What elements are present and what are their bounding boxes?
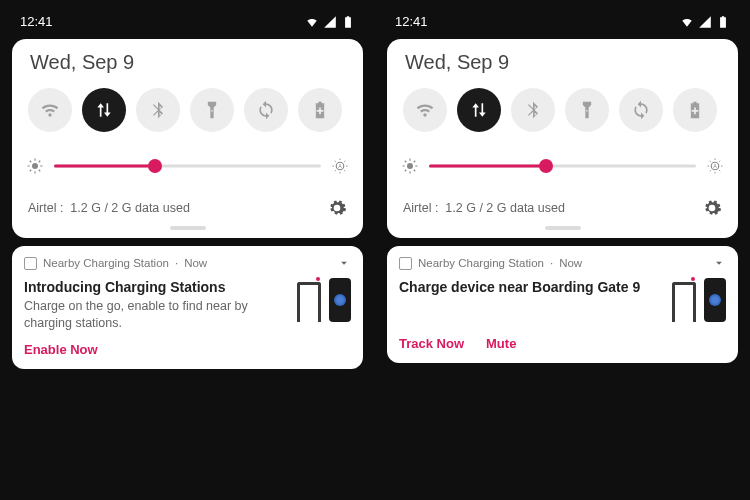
notification-actions: Enable Now <box>24 342 351 357</box>
brightness-slider[interactable] <box>54 152 321 180</box>
data-usage-text: Airtel : 1.2 G / 2 G data used <box>28 201 190 215</box>
settings-gear-icon[interactable] <box>327 198 347 218</box>
notification-description: Charge on the go, enable to find near by… <box>24 298 287 332</box>
wifi-icon <box>305 15 319 29</box>
status-time: 12:41 <box>20 14 53 29</box>
notification-app-label: Nearby Charging Station · Now <box>399 257 582 270</box>
status-icons <box>305 15 355 29</box>
notification-art <box>670 278 726 326</box>
quick-settings-panel: Wed, Sep 9 A Airtel : 1.2 G / 2 G data u… <box>387 39 738 238</box>
phone-frame-left: 12:41 Wed, Sep 9 A Airtel : 1. <box>0 0 375 500</box>
qs-wifi[interactable] <box>28 88 72 132</box>
panel-date: Wed, Sep 9 <box>26 51 349 74</box>
svg-text:A: A <box>338 163 342 169</box>
data-usage-row: Airtel : 1.2 G / 2 G data used <box>401 196 724 222</box>
quick-settings-panel: Wed, Sep 9 A Airtel : 1.2 G / 2 G data u… <box>12 39 363 238</box>
chevron-down-icon[interactable] <box>337 256 351 270</box>
svg-text:A: A <box>713 163 717 169</box>
status-bar: 12:41 <box>12 10 363 39</box>
brightness-row: A <box>26 152 349 180</box>
brightness-auto-icon[interactable]: A <box>706 157 724 175</box>
battery-plus-icon <box>310 100 330 120</box>
panel-handle[interactable] <box>170 226 206 230</box>
qs-bluetooth[interactable] <box>511 88 555 132</box>
qs-bluetooth[interactable] <box>136 88 180 132</box>
bluetooth-icon <box>148 100 168 120</box>
notification-app-label: Nearby Charging Station · Now <box>24 257 207 270</box>
qs-autorotate[interactable] <box>619 88 663 132</box>
settings-gear-icon[interactable] <box>702 198 722 218</box>
brightness-slider[interactable] <box>429 152 696 180</box>
svg-point-3 <box>407 163 413 169</box>
brightness-fill <box>429 165 546 168</box>
signal-icon <box>323 15 337 29</box>
wifi-icon <box>680 15 694 29</box>
qs-batterysaver[interactable] <box>298 88 342 132</box>
status-bar: 12:41 <box>387 10 738 39</box>
data-arrows-icon <box>469 100 489 120</box>
battery-plus-icon <box>685 100 705 120</box>
rotate-icon <box>256 100 276 120</box>
battery-icon <box>341 15 355 29</box>
qs-flashlight[interactable] <box>190 88 234 132</box>
notification-art <box>295 278 351 326</box>
notification-card[interactable]: Nearby Charging Station · Now Charge dev… <box>387 246 738 363</box>
brightness-thumb[interactable] <box>148 159 162 173</box>
bluetooth-icon <box>523 100 543 120</box>
status-icons <box>680 15 730 29</box>
notification-title: Introducing Charging Stations <box>24 278 287 296</box>
wifi-icon <box>415 100 435 120</box>
brightness-row: A <box>401 152 724 180</box>
app-icon <box>399 257 412 270</box>
data-arrows-icon <box>94 100 114 120</box>
brightness-low-icon <box>401 157 419 175</box>
qs-mobiledata[interactable] <box>457 88 501 132</box>
svg-point-0 <box>32 163 38 169</box>
notification-action-track[interactable]: Track Now <box>399 336 464 351</box>
quick-settings-row <box>401 88 724 132</box>
panel-handle[interactable] <box>545 226 581 230</box>
notification-header: Nearby Charging Station · Now <box>399 256 726 270</box>
signal-icon <box>698 15 712 29</box>
flashlight-icon <box>577 100 597 120</box>
notification-action-enable[interactable]: Enable Now <box>24 342 98 357</box>
data-usage-row: Airtel : 1.2 G / 2 G data used <box>26 196 349 222</box>
brightness-fill <box>54 165 155 168</box>
panel-date: Wed, Sep 9 <box>401 51 724 74</box>
notification-body: Charge device near Boarding Gate 9 <box>399 278 726 326</box>
qs-mobiledata[interactable] <box>82 88 126 132</box>
app-icon <box>24 257 37 270</box>
data-usage-text: Airtel : 1.2 G / 2 G data used <box>403 201 565 215</box>
phone-frame-right: 12:41 Wed, Sep 9 A Airtel : 1. <box>375 0 750 500</box>
qs-autorotate[interactable] <box>244 88 288 132</box>
qs-wifi[interactable] <box>403 88 447 132</box>
quick-settings-row <box>26 88 349 132</box>
notification-actions: Track Now Mute <box>399 336 726 351</box>
brightness-thumb[interactable] <box>539 159 553 173</box>
notification-body: Introducing Charging Stations Charge on … <box>24 278 351 332</box>
brightness-low-icon <box>26 157 44 175</box>
wifi-icon <box>40 100 60 120</box>
battery-icon <box>716 15 730 29</box>
notification-title: Charge device near Boarding Gate 9 <box>399 278 662 296</box>
chevron-down-icon[interactable] <box>712 256 726 270</box>
flashlight-icon <box>202 100 222 120</box>
notification-action-mute[interactable]: Mute <box>486 336 516 351</box>
status-time: 12:41 <box>395 14 428 29</box>
rotate-icon <box>631 100 651 120</box>
qs-flashlight[interactable] <box>565 88 609 132</box>
notification-card[interactable]: Nearby Charging Station · Now Introducin… <box>12 246 363 369</box>
qs-batterysaver[interactable] <box>673 88 717 132</box>
notification-header: Nearby Charging Station · Now <box>24 256 351 270</box>
brightness-auto-icon[interactable]: A <box>331 157 349 175</box>
